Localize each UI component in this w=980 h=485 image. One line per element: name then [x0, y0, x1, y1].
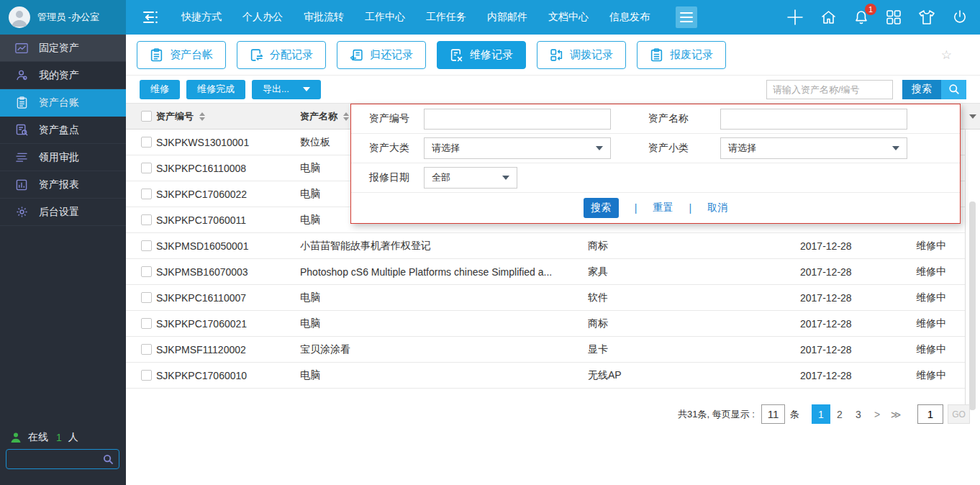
export-button[interactable]: 导出...	[252, 80, 321, 99]
apps-grid-icon[interactable]	[885, 9, 902, 26]
repair-date-select[interactable]: 全部	[424, 167, 517, 189]
asset-search-input[interactable]	[766, 80, 893, 99]
tab-return-records[interactable]: 归还记录	[337, 41, 426, 69]
top-menu-item-work-center[interactable]: 工作中心	[365, 11, 405, 24]
sidebar-item-label: 固定资产	[39, 42, 79, 55]
row-checkbox[interactable]	[141, 344, 152, 355]
sort-icon[interactable]	[343, 112, 349, 121]
asset-subcategory-select[interactable]: 请选择	[720, 137, 907, 159]
table-row[interactable]: SJKPMSF11120002 宝贝涂涂看 显卡 2017-12-28 维修中	[126, 337, 965, 363]
user-area[interactable]: 管理员 -办公室	[0, 0, 126, 35]
select-all-checkbox[interactable]	[141, 111, 152, 122]
row-checkbox[interactable]	[141, 240, 152, 251]
user-name: 管理员 -办公室	[37, 11, 99, 24]
tab-transfer-records[interactable]: 调拨记录	[537, 41, 626, 69]
column-header-asset-no[interactable]: 资产编号	[156, 110, 194, 123]
top-menu-item-shortcuts[interactable]: 快捷方式	[181, 11, 222, 24]
status-badge: 维修中	[916, 233, 965, 258]
theme-shirt-icon[interactable]	[917, 9, 936, 26]
reset-button[interactable]: 重置	[653, 201, 673, 214]
asset-no: SJKPKWS13010001	[156, 130, 296, 155]
filter-row-1: 资产编号 资产名称	[351, 104, 960, 134]
repair-date: 2017-12-28	[800, 337, 912, 362]
row-checkbox[interactable]	[141, 370, 152, 381]
online-count: 1	[56, 432, 62, 443]
row-checkbox[interactable]	[141, 292, 152, 303]
sidebar-item-asset-reports[interactable]: 资产报表	[0, 171, 126, 199]
top-menu-item-internal-mail[interactable]: 内部邮件	[487, 11, 527, 24]
hamburger-icon[interactable]	[676, 6, 697, 28]
panel-search-button[interactable]: 搜索	[584, 198, 619, 218]
row-checkbox[interactable]	[141, 163, 152, 173]
status-badge: 维修中	[916, 285, 965, 310]
repair-done-button[interactable]: 维修完成	[186, 80, 245, 99]
page-size-input[interactable]	[761, 404, 785, 424]
sidebar-item-backend-settings[interactable]: 后台设置	[0, 199, 126, 226]
notifications-bell-icon[interactable]: 1	[853, 9, 870, 26]
status-badge: 维修中	[916, 337, 965, 362]
asset-subcategory-label: 资产小类	[648, 142, 720, 155]
table-row[interactable]: SJKPKPC16110007 电脑 软件 2017-12-28 维修中	[126, 285, 965, 311]
tab-scrap-records[interactable]: 报废记录	[637, 41, 726, 69]
cancel-button[interactable]: 取消	[707, 201, 727, 214]
asset-name-input[interactable]	[720, 109, 907, 130]
sidebar-item-fixed-assets[interactable]: 固定资产	[0, 35, 126, 62]
table-row[interactable]: SJKPKPC17060021 电脑 商标 2017-12-28 维修中	[126, 311, 965, 337]
sidebar-item-requisition-approval[interactable]: 领用审批	[0, 144, 126, 171]
row-checkbox[interactable]	[141, 137, 152, 148]
tab-asset-ledger[interactable]: 资产台帐	[137, 41, 226, 69]
asset-no: SJKPKPC16110007	[156, 285, 296, 310]
repair-date-label: 报修日期	[351, 171, 424, 184]
chevron-down-icon	[892, 146, 899, 150]
top-menu-item-personal-office[interactable]: 个人办公	[242, 11, 283, 24]
sidebar-search-input[interactable]	[6, 454, 103, 465]
top-menu-item-approval-flow[interactable]: 审批流转	[304, 11, 344, 24]
add-icon[interactable]	[786, 8, 804, 27]
table-row[interactable]: SJKPKPC17060010 电脑 无线AP 2017-12-28 维修中	[126, 363, 965, 389]
row-checkbox[interactable]	[141, 189, 152, 199]
asset-category: 商标	[588, 311, 797, 336]
sort-icon[interactable]	[199, 112, 205, 121]
asset-name: 宝贝涂涂看	[300, 337, 584, 362]
tab-allocation-records[interactable]: 分配记录	[237, 41, 326, 69]
top-menu-item-work-tasks[interactable]: 工作任务	[426, 11, 466, 24]
favorite-star-icon[interactable]: ☆	[941, 47, 952, 63]
table-row[interactable]: SJKPMSB16070003 Photoshop cS6 Multiple P…	[126, 259, 965, 285]
row-checkbox[interactable]	[141, 266, 152, 277]
top-menu-item-document-center[interactable]: 文档中心	[548, 11, 589, 24]
page-button-3[interactable]: 3	[849, 404, 868, 424]
power-icon[interactable]	[951, 9, 968, 26]
sidebar-item-label: 领用审批	[39, 151, 79, 164]
go-button[interactable]: GO	[948, 404, 970, 424]
tab-label: 归还记录	[370, 48, 413, 62]
sidebar-search-icon[interactable]	[103, 454, 119, 465]
row-checkbox[interactable]	[141, 318, 152, 329]
asset-no-input[interactable]	[424, 109, 611, 130]
chevron-down-icon	[969, 114, 976, 119]
table-scrollbar-track[interactable]	[965, 103, 980, 424]
column-header-asset-name[interactable]: 资产名称	[300, 110, 337, 123]
page-button-1[interactable]: 1	[812, 404, 830, 424]
sidebar-item-asset-inventory[interactable]: 资产盘点	[0, 117, 126, 144]
search-button[interactable]: 搜索	[902, 80, 966, 99]
asset-category-select[interactable]: 请选择	[424, 137, 611, 159]
jump-page-input[interactable]	[917, 404, 943, 424]
topbar-actions: 1	[786, 8, 980, 27]
sidebar-item-my-assets[interactable]: 我的资产	[0, 62, 126, 89]
home-icon[interactable]	[820, 9, 838, 26]
table-scrollbar-thumb[interactable]	[969, 201, 976, 410]
column-options-button[interactable]	[965, 103, 980, 130]
table-row[interactable]: SJKPMSD16050001 小苗苗智能故事机著作权登记 商标 2017-12…	[126, 233, 965, 259]
tab-repair-records[interactable]: 维修记录	[437, 41, 526, 69]
repair-date: 2017-12-28	[800, 259, 912, 284]
asset-no: SJKPKPC17060021	[156, 311, 296, 336]
top-menu-item-info-publish[interactable]: 信息发布	[609, 11, 650, 24]
menu-list-icon[interactable]	[141, 9, 160, 25]
asset-no: SJKPKPC17060022	[156, 181, 296, 207]
last-page-button[interactable]: ≫	[886, 404, 905, 424]
next-page-button[interactable]: >	[868, 404, 886, 424]
repair-button[interactable]: 维修	[140, 80, 180, 99]
sidebar-item-asset-ledger[interactable]: 资产台账	[0, 89, 126, 117]
row-checkbox[interactable]	[141, 214, 152, 225]
page-button-2[interactable]: 2	[830, 404, 849, 424]
